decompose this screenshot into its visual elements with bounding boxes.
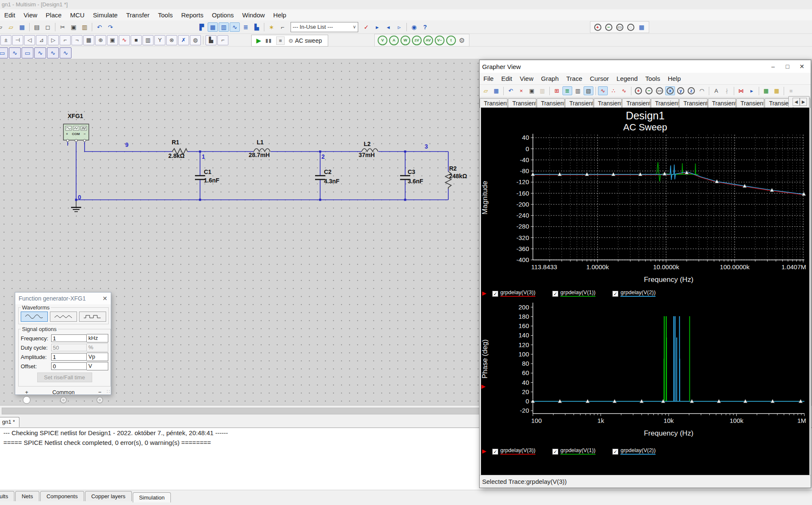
grapher-tab-2[interactable]: Transient (537, 98, 565, 108)
grapher-titlebar[interactable]: Grapher View – □ ✕ (480, 60, 811, 73)
main-menu-item-10[interactable]: Help (269, 11, 291, 19)
fg-row-input[interactable] (51, 344, 87, 351)
grapher-tab-9[interactable]: Transient (736, 98, 764, 108)
bottom-tab-0[interactable]: ults (0, 491, 14, 501)
analog-icon[interactable]: ▷ (48, 35, 59, 45)
probe-i-icon[interactable]: A (389, 36, 399, 45)
grapher-menu-item-1[interactable]: Edit (497, 75, 516, 82)
connector-icon[interactable]: ◍ (190, 35, 201, 45)
new-icon[interactable]: ▱ (0, 22, 5, 32)
indicator-icon[interactable]: ▣ (107, 35, 118, 45)
transistor-icon[interactable]: ⊿ (36, 35, 47, 45)
function-generator-dialog[interactable]: Function generator-XFG1 ✕ Waveforms (15, 292, 111, 395)
advanced-peripherals-icon[interactable]: ▥ (143, 35, 154, 45)
source-icon[interactable]: ± (0, 35, 11, 45)
probe-vdiff-icon[interactable]: ±V (412, 36, 422, 45)
black-white-icon[interactable]: ▧ (584, 86, 593, 95)
trace-zigzag-icon[interactable]: ∿ (619, 86, 629, 95)
run-simulation-button[interactable]: ▶ (256, 37, 261, 44)
legend-item[interactable]: ✓grpdelay(V(1)) (552, 447, 595, 455)
main-menu-item-5[interactable]: Transfer (122, 11, 154, 19)
cut-icon[interactable]: ✂ (58, 22, 68, 32)
scrollbar-thumb[interactable] (2, 408, 480, 414)
stop-simulation-button[interactable]: ■ (276, 36, 285, 45)
grid-icon[interactable]: ⊞ (552, 86, 562, 95)
legend-item[interactable]: ✓grpdelay(V(2)) (612, 447, 656, 455)
grapher-tab-7[interactable]: Transient (679, 98, 707, 108)
multimeter-icon[interactable]: ▭ (0, 47, 8, 58)
pan-icon[interactable]: ◠ (697, 86, 707, 95)
place-part-icon[interactable]: ∗ (266, 22, 277, 32)
diode-icon[interactable]: ◁ (24, 35, 35, 45)
undo-icon[interactable]: ↶ (94, 22, 104, 32)
export-icon[interactable]: ▸ (747, 86, 757, 95)
grapher-tab-6[interactable]: Transient (651, 98, 679, 108)
legend-checkbox-icon[interactable]: ✓ (552, 291, 558, 297)
database-icon[interactable]: ▥ (219, 22, 229, 32)
magnitude-chart[interactable]: 400-40-80-120-160-200-240-280-320-360-40… (481, 133, 809, 286)
main-menu-item-4[interactable]: Simulate (89, 11, 122, 19)
main-menu-item-3[interactable]: MCU (66, 11, 89, 19)
legend-checkbox-icon[interactable]: ✓ (552, 449, 558, 455)
fg-row-unit[interactable]: Vp (87, 353, 108, 361)
tab-scroll-left-icon[interactable]: ◀ (793, 98, 800, 106)
grapher-menu-item-2[interactable]: View (516, 75, 537, 82)
set-rise-fall-time-button[interactable]: Set rise/Fall time (37, 373, 92, 382)
zoom-xy-icon[interactable]: z (686, 86, 696, 95)
zoom-area-icon[interactable]: ▭ (614, 22, 625, 32)
grapher-menu-item-8[interactable]: Help (664, 75, 685, 82)
legend-item[interactable]: ✓grpdelay(V(3)) (492, 447, 535, 455)
print-icon[interactable]: ▤ (32, 22, 42, 32)
main-menu-item-9[interactable]: Window (238, 11, 269, 19)
probe-p-icon[interactable]: W (401, 36, 410, 45)
legend-item[interactable]: ✓grpdelay(V(2)) (612, 290, 656, 297)
design-toolbox-icon[interactable]: ▛ (197, 22, 207, 32)
probe-gain-icon[interactable]: AV (423, 36, 433, 45)
cmos-icon[interactable]: ¬ (71, 35, 82, 45)
main-menu-item-7[interactable]: Reports (177, 11, 208, 19)
grapher-menu-item-6[interactable]: Legend (613, 75, 642, 82)
zoom-in-icon[interactable]: + (593, 22, 603, 32)
bottom-tab-1[interactable]: Nets (15, 491, 39, 501)
paste-icon[interactable]: ▥ (80, 22, 90, 32)
main-menu-item-8[interactable]: Options (208, 11, 238, 19)
text-icon[interactable]: A (711, 86, 721, 95)
ncs-icon[interactable]: ✗ (178, 35, 189, 45)
probe-vref-icon[interactable]: V− (435, 36, 444, 45)
electromechanical-icon[interactable]: ⊗ (166, 35, 177, 45)
minimize-icon[interactable]: – (767, 61, 779, 72)
ladder-icon[interactable]: ≣ (241, 22, 251, 32)
trace-curve-icon[interactable]: ∿ (598, 86, 608, 95)
fg-row-input[interactable] (51, 334, 87, 342)
wattmeter-icon[interactable]: ▭ (22, 47, 33, 58)
bus-icon[interactable]: ⌐ (217, 35, 228, 45)
power-icon[interactable]: ∿ (119, 35, 130, 45)
grapher-tab-1[interactable]: Transient (508, 98, 536, 108)
tab-scroll-right-icon[interactable]: ▶ (800, 98, 807, 106)
pause-simulation-button[interactable]: ▮▮ (266, 38, 272, 44)
close-icon[interactable]: ✕ (102, 295, 107, 302)
grapher-menu-item-3[interactable]: Graph (537, 75, 562, 82)
legend-icon[interactable]: ≣ (562, 86, 572, 95)
triangle-wave-button[interactable] (50, 312, 77, 322)
preview-icon[interactable]: ◻ (43, 22, 53, 32)
fg-common-terminal[interactable] (60, 397, 67, 403)
probe-settings-icon[interactable]: ⚙ (458, 36, 466, 44)
probe-clk-icon[interactable]: t (446, 36, 456, 45)
maximize-icon[interactable]: □ (781, 61, 794, 72)
four-channel-scope-icon[interactable]: ∿ (47, 47, 59, 58)
oscilloscope-icon[interactable]: ∿ (34, 47, 46, 58)
sheet-tab-design1[interactable]: gn1 * (0, 417, 19, 427)
hierarchical-block-icon[interactable]: ▙ (206, 35, 217, 45)
square-wave-button[interactable] (79, 312, 106, 322)
legend-checkbox-icon[interactable]: ✓ (492, 291, 498, 297)
zoom-out-icon[interactable]: − (644, 86, 654, 95)
legend-checkbox-icon[interactable]: ✓ (612, 291, 618, 297)
legend-checkbox-icon[interactable]: ✓ (492, 449, 498, 455)
bottom-tab-3[interactable]: Copper layers (85, 491, 132, 501)
misc-digital-icon[interactable]: ▦ (83, 35, 94, 45)
redo-icon[interactable]: ↷ (105, 22, 115, 32)
fg-minus-terminal[interactable] (96, 397, 103, 403)
zoom-out-icon[interactable]: − (604, 22, 614, 32)
probe-v-icon[interactable]: V (378, 36, 387, 45)
